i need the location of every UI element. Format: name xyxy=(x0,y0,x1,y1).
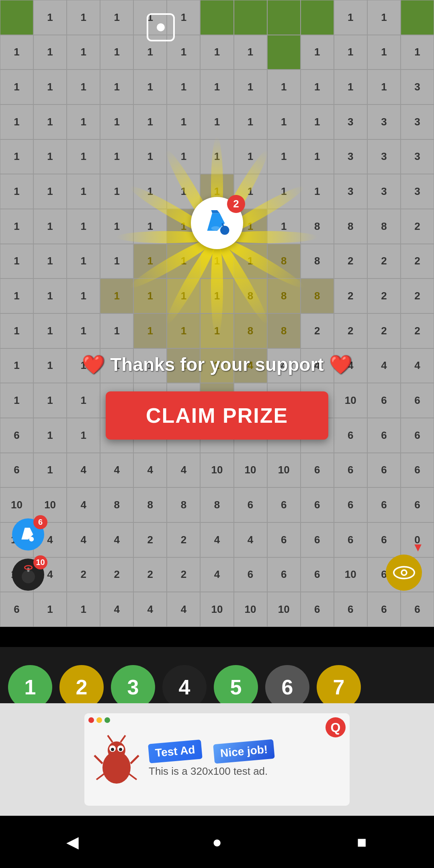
grid-cell[interactable]: 8 xyxy=(367,209,401,244)
grid-cell[interactable]: 6 xyxy=(367,418,401,453)
grid-cell[interactable]: 8 xyxy=(100,487,133,522)
grid-cell[interactable]: 2 xyxy=(334,244,367,279)
grid-cell[interactable]: 10 xyxy=(200,592,233,627)
grid-cell[interactable]: 1 xyxy=(33,453,67,488)
grid-cell[interactable]: 4 xyxy=(133,453,167,488)
grid-cell[interactable]: 2 xyxy=(334,278,367,313)
grid-cell[interactable]: 1 xyxy=(234,104,267,139)
grid-cell[interactable]: 4 xyxy=(334,348,367,383)
grid-cell[interactable]: 1 xyxy=(167,313,200,348)
grid-cell[interactable]: 1 xyxy=(0,104,33,139)
grid-cell[interactable]: 4 xyxy=(234,348,267,383)
grid-cell[interactable]: 1 xyxy=(234,35,267,70)
grid-cell[interactable]: 1 xyxy=(67,139,100,174)
grid-cell[interactable]: 1 xyxy=(0,348,33,383)
grid-cell[interactable]: 1 xyxy=(267,174,301,209)
grid-cell[interactable]: 1 xyxy=(33,244,67,279)
grid-cell[interactable]: 1 xyxy=(67,70,100,104)
grid-cell[interactable]: 2 xyxy=(301,313,334,348)
grid-cell[interactable]: 6 xyxy=(367,453,401,488)
grid-cell[interactable]: 8 xyxy=(234,278,267,313)
grid-cell[interactable]: 6 xyxy=(367,487,401,522)
grid-cell[interactable]: 8 xyxy=(267,244,301,279)
grid-cell[interactable]: 4 xyxy=(167,453,200,488)
grid-cell[interactable]: 1 xyxy=(133,104,167,139)
grid-cell[interactable]: 1 xyxy=(0,174,33,209)
grid-cell[interactable]: 1 xyxy=(167,174,200,209)
grid-cell[interactable]: 2 xyxy=(100,557,133,592)
grid-cell[interactable]: 1 xyxy=(100,174,133,209)
grid-cell[interactable]: 1 xyxy=(267,104,301,139)
grid-cell[interactable]: 6 xyxy=(334,592,367,627)
grid-cell[interactable]: 1 xyxy=(200,278,233,313)
grid-cell[interactable]: 1 xyxy=(167,70,200,104)
tool-bomb[interactable]: 10 xyxy=(12,559,44,591)
grid-cell[interactable]: 4 xyxy=(100,453,133,488)
grid-cell[interactable]: 1 xyxy=(67,244,100,279)
grid-cell[interactable]: 1 xyxy=(33,35,67,70)
color-circle-2[interactable]: 2 xyxy=(59,665,104,709)
grid-cell[interactable]: 3 xyxy=(367,139,401,174)
grid-cell[interactable]: 6 xyxy=(367,522,401,557)
grid-cell[interactable]: 1 xyxy=(234,244,267,279)
grid-cell[interactable] xyxy=(301,0,334,35)
grid-cell[interactable]: 1 xyxy=(33,139,67,174)
grid-cell[interactable]: 2 xyxy=(67,557,100,592)
grid-cell[interactable]: 1 xyxy=(67,313,100,348)
grid-cell[interactable]: 2 xyxy=(401,244,434,279)
grid-cell[interactable]: 1 xyxy=(0,70,33,104)
grid-cell[interactable]: 2 xyxy=(334,313,367,348)
grid-cell[interactable]: 4 xyxy=(234,522,267,557)
grid-cell[interactable]: 3 xyxy=(334,139,367,174)
grid-cell[interactable]: 6 xyxy=(0,592,33,627)
grid-cell[interactable]: 3 xyxy=(334,104,367,139)
grid-cell[interactable]: 1 xyxy=(301,174,334,209)
grid-cell[interactable]: 3 xyxy=(334,174,367,209)
claim-prize-button[interactable]: CLAIM PRIZE xyxy=(106,391,328,440)
grid-cell[interactable]: 1 xyxy=(100,244,133,279)
color-circle-3[interactable]: 3 xyxy=(111,665,155,709)
grid-cell[interactable]: 1 xyxy=(33,209,67,244)
grid-cell[interactable]: 10 xyxy=(234,453,267,488)
grid-cell[interactable]: 6 xyxy=(234,487,267,522)
grid-cell[interactable]: 1 xyxy=(33,278,67,313)
grid-cell[interactable]: 1 xyxy=(234,139,267,174)
grid-cell[interactable]: 6 xyxy=(401,383,434,418)
grid-cell[interactable]: 10 xyxy=(267,453,301,488)
grid-cell[interactable]: 1 xyxy=(33,104,67,139)
grid-cell[interactable]: 1 xyxy=(33,70,67,104)
grid-cell[interactable]: 1 xyxy=(367,70,401,104)
grid-cell[interactable]: 1 xyxy=(167,139,200,174)
grid-cell[interactable]: 1 xyxy=(334,70,367,104)
grid-cell[interactable]: 1 xyxy=(133,348,167,383)
grid-cell[interactable]: 10 xyxy=(234,592,267,627)
game-grid[interactable]: 1111111111111111111111111111111311111111… xyxy=(0,0,434,627)
grid-cell[interactable]: 4 xyxy=(200,522,233,557)
grid-cell[interactable]: 1 xyxy=(67,383,100,418)
grid-cell[interactable]: 4 xyxy=(301,348,334,383)
grid-cell[interactable]: 6 xyxy=(234,557,267,592)
grid-cell[interactable]: 3 xyxy=(367,174,401,209)
grid-cell[interactable]: 2 xyxy=(133,557,167,592)
tool-blue[interactable]: 6 xyxy=(12,518,44,551)
grid-cell[interactable]: 10 xyxy=(0,487,33,522)
grid-cell[interactable]: 1 xyxy=(100,35,133,70)
grid-cell[interactable]: 10 xyxy=(334,383,367,418)
grid-cell[interactable]: 2 xyxy=(401,209,434,244)
grid-cell[interactable]: 10 xyxy=(334,557,367,592)
grid-cell[interactable]: 6 xyxy=(401,453,434,488)
grid-cell[interactable]: 1 xyxy=(0,139,33,174)
grid-cell[interactable]: 4 xyxy=(200,557,233,592)
grid-cell[interactable]: 4 xyxy=(100,522,133,557)
grid-cell[interactable]: 8 xyxy=(301,244,334,279)
grid-cell[interactable]: 1 xyxy=(200,139,233,174)
grid-cell[interactable]: 6 xyxy=(301,522,334,557)
grid-cell[interactable]: 6 xyxy=(334,522,367,557)
grid-cell[interactable]: 4 xyxy=(367,348,401,383)
grid-cell[interactable]: 1 xyxy=(133,209,167,244)
color-circle-7[interactable]: 7 xyxy=(317,665,361,709)
grid-cell[interactable]: 2 xyxy=(401,313,434,348)
grid-cell[interactable]: 8 xyxy=(267,313,301,348)
grid-cell[interactable]: 1 xyxy=(100,0,133,35)
color-circle-4[interactable]: 4 xyxy=(162,665,207,709)
